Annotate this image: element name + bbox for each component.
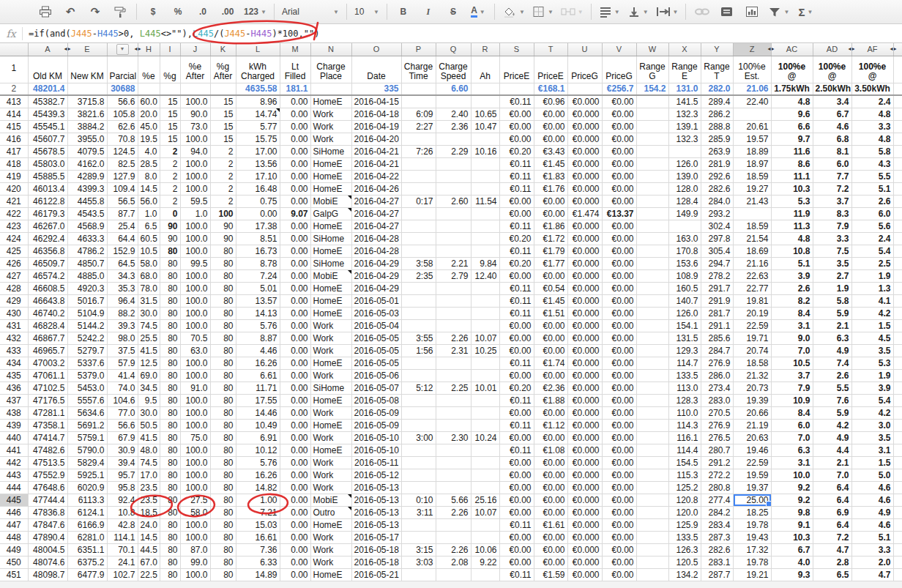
row-header-1[interactable]: 1 bbox=[0, 56, 28, 83]
cell[interactable]: €0.11 bbox=[499, 170, 534, 182]
cell[interactable]: 100.0 bbox=[180, 568, 210, 581]
cell[interactable]: 19.21 bbox=[733, 568, 771, 581]
cell[interactable]: 4.9 bbox=[813, 344, 851, 357]
cell[interactable]: 2016-05-18 bbox=[351, 543, 401, 556]
cell[interactable]: €0.000 bbox=[567, 357, 602, 369]
cell[interactable]: €0.00 bbox=[602, 108, 636, 120]
cell[interactable]: 4633.3 bbox=[67, 232, 107, 245]
cell[interactable]: €0.00 bbox=[499, 133, 534, 145]
cell[interactable] bbox=[893, 108, 902, 120]
row-header-431[interactable]: 431 bbox=[0, 319, 28, 332]
row-header-429[interactable]: 429 bbox=[0, 294, 28, 307]
cell[interactable] bbox=[436, 245, 471, 257]
cell[interactable]: 0.00 bbox=[280, 382, 310, 394]
cell[interactable]: 1.5 bbox=[851, 456, 893, 469]
cell[interactable]: 90 bbox=[210, 220, 236, 232]
cell[interactable]: 305.4 bbox=[701, 245, 733, 257]
cell[interactable]: 9.22 bbox=[471, 556, 499, 568]
cell[interactable]: 297.8 bbox=[701, 232, 733, 245]
cell[interactable]: €0.00 bbox=[602, 481, 636, 494]
cell[interactable] bbox=[160, 83, 180, 95]
cell[interactable]: 80 bbox=[210, 307, 236, 319]
cell[interactable]: €0.11 bbox=[499, 282, 534, 294]
cell[interactable]: 3:55 bbox=[401, 332, 436, 344]
cell[interactable]: Work bbox=[310, 481, 351, 494]
cell[interactable] bbox=[138, 83, 160, 95]
cell[interactable]: 126.0 bbox=[668, 307, 701, 319]
cell[interactable] bbox=[401, 419, 436, 431]
cell[interactable]: 154.2 bbox=[636, 83, 668, 95]
cell[interactable]: 80 bbox=[160, 294, 180, 307]
cell[interactable]: 154.1 bbox=[668, 319, 701, 332]
font-family-select[interactable]: Arial▼ bbox=[279, 3, 342, 21]
cell[interactable]: HomeE bbox=[310, 419, 351, 431]
column-header-F[interactable]: ▼◂ bbox=[107, 43, 138, 56]
row-header-450[interactable]: 450 bbox=[0, 556, 28, 568]
cell[interactable]: 100.0 bbox=[180, 133, 210, 145]
row-header-428[interactable]: 428 bbox=[0, 282, 28, 294]
cell[interactable] bbox=[636, 494, 668, 506]
cell[interactable]: 80 bbox=[160, 357, 180, 369]
cell[interactable]: 70.1 bbox=[107, 543, 138, 556]
cell[interactable]: €0.000 bbox=[567, 282, 602, 294]
column-header-X[interactable]: X bbox=[668, 43, 701, 56]
cell[interactable]: €0.00 bbox=[602, 269, 636, 282]
cell[interactable]: 9.2 bbox=[771, 481, 813, 494]
cell[interactable]: €0.000 bbox=[567, 444, 602, 456]
cell[interactable] bbox=[401, 294, 436, 307]
cell[interactable]: 125.2 bbox=[668, 481, 701, 494]
cell[interactable]: 30688 bbox=[107, 83, 138, 95]
cell[interactable]: 100.0 bbox=[180, 319, 210, 332]
cell[interactable]: 56.6 bbox=[107, 95, 138, 108]
column-header-T[interactable]: T bbox=[534, 43, 567, 56]
cell[interactable]: 80 bbox=[210, 357, 236, 369]
cell[interactable]: 17.38 bbox=[236, 220, 280, 232]
cell[interactable] bbox=[471, 232, 499, 245]
cell[interactable]: 80 bbox=[210, 319, 236, 332]
cell[interactable]: 128.3 bbox=[668, 394, 701, 406]
cell[interactable]: 272.2 bbox=[701, 469, 733, 481]
cell[interactable]: €0.000 bbox=[567, 494, 602, 506]
cell[interactable] bbox=[436, 469, 471, 481]
row-header-446[interactable]: 446 bbox=[0, 506, 28, 518]
cell[interactable]: €1.83 bbox=[534, 170, 567, 182]
cell[interactable]: 2016-04-22 bbox=[351, 170, 401, 182]
redo-button[interactable]: ↷ bbox=[83, 3, 107, 21]
cell[interactable] bbox=[436, 157, 471, 170]
cell[interactable] bbox=[471, 95, 499, 108]
cell[interactable]: 17.32 bbox=[733, 543, 771, 556]
cell[interactable]: 10.0 bbox=[771, 469, 813, 481]
cell[interactable]: 2 bbox=[210, 145, 236, 157]
cell[interactable] bbox=[401, 133, 436, 145]
cell[interactable]: 3.9 bbox=[851, 382, 893, 394]
cell[interactable]: €0.00 bbox=[602, 120, 636, 133]
cell[interactable]: 3:58 bbox=[401, 257, 436, 269]
cell[interactable]: €1.08 bbox=[534, 444, 567, 456]
cell[interactable]: 56.0 bbox=[138, 195, 160, 207]
cell[interactable]: 1.0 bbox=[138, 207, 160, 220]
cell[interactable]: 24.1 bbox=[107, 556, 138, 568]
cell[interactable]: 80 bbox=[210, 494, 236, 506]
row-header-435[interactable]: 435 bbox=[0, 369, 28, 382]
cell[interactable]: 11.71 bbox=[236, 382, 280, 394]
cell[interactable]: 2016-05-10 bbox=[351, 431, 401, 444]
cell[interactable]: 125.9 bbox=[668, 518, 701, 531]
cell[interactable] bbox=[471, 518, 499, 531]
cell[interactable]: 47482.6 bbox=[28, 444, 67, 456]
cell[interactable]: 10.3 bbox=[771, 182, 813, 195]
field-header-V[interactable]: PriceG bbox=[602, 56, 636, 83]
cell[interactable]: 2016-05-08 bbox=[351, 394, 401, 406]
cell[interactable]: 46179.3 bbox=[28, 207, 67, 220]
cell[interactable]: €0.000 bbox=[567, 568, 602, 581]
cell[interactable]: 48.0 bbox=[138, 444, 160, 456]
cell[interactable]: 2016-05-17 bbox=[351, 531, 401, 543]
cell[interactable]: 5.5 bbox=[851, 170, 893, 182]
cell[interactable]: Work bbox=[310, 133, 351, 145]
cell[interactable]: €0.00 bbox=[602, 257, 636, 269]
cell[interactable]: 2016-05-05 bbox=[351, 332, 401, 344]
cell[interactable]: 132.3 bbox=[668, 133, 701, 145]
cell[interactable]: 9.7 bbox=[771, 133, 813, 145]
cell[interactable]: 7.21 bbox=[236, 506, 280, 518]
cell[interactable]: Work bbox=[310, 556, 351, 568]
cell[interactable]: 59.5 bbox=[180, 195, 210, 207]
